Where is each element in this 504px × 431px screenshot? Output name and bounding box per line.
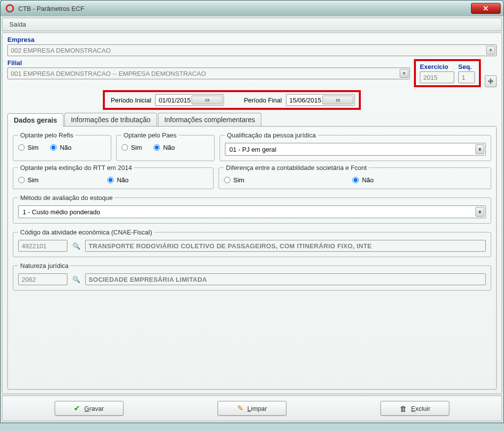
seq-field[interactable]: 1 — [458, 71, 475, 83]
group-fcont: Diferença entre a contabilidade societár… — [219, 164, 491, 189]
tab-info-tributacao[interactable]: Informações de tributação — [64, 113, 157, 126]
seq-value: 1 — [462, 74, 465, 81]
header-panel: Empresa 002 EMPRESA DEMONSTRACAO ▼ Filia… — [2, 33, 502, 394]
footer-bar: ✔ Gravar ✎ Limpar 🗑 Excluir — [2, 396, 502, 421]
check-icon: ✔ — [74, 404, 80, 413]
fcont-nao[interactable]: Não — [352, 176, 374, 184]
periodo-final-label: Período Final — [244, 97, 282, 104]
app-icon — [5, 4, 14, 13]
binoculars-icon[interactable]: 🔍 — [70, 273, 82, 285]
empresa-label: Empresa — [7, 36, 497, 43]
group-estoque: Método de avaliação do estoque 1 - Custo… — [13, 194, 491, 224]
trash-icon: 🗑 — [400, 404, 407, 413]
binoculars-icon[interactable]: 🔍 — [70, 240, 82, 252]
exercicio-highlight: Exercício 2015 Seq. 1 — [414, 59, 481, 87]
filial-row: Filial 001 EMPRESA DEMONSTRACAO -- EMPRE… — [7, 59, 497, 87]
rtt-nao[interactable]: Não — [107, 176, 128, 184]
natureza-code: 2062 — [22, 276, 36, 283]
menubar: Saída — [2, 18, 502, 31]
gravar-button[interactable]: ✔ Gravar — [55, 401, 124, 416]
estoque-value: 1 - Custo médio ponderado — [23, 208, 100, 216]
period-bar: Período Inicial 01/01/2015 15 Período Fi… — [7, 87, 497, 111]
empresa-value: 002 EMPRESA DEMONSTRACAO — [11, 47, 111, 54]
cnae-code: 4922101 — [22, 242, 47, 250]
tab-info-complementares[interactable]: Informações complementares — [158, 113, 261, 126]
row-1: Optante pelo Refis Sim Não Optante pelo … — [13, 132, 491, 161]
fcont-sim[interactable]: Sim — [224, 176, 244, 184]
cnae-desc-field: TRANSPORTE RODOVIÁRIO COLETIVO DE PASSAG… — [85, 240, 486, 252]
filial-value: 001 EMPRESA DEMONSTRACAO -- EMPRESA DEMO… — [11, 70, 206, 77]
qualif-title: Qualificação da pessoa jurídica — [225, 132, 318, 139]
seq-label: Seq. — [458, 63, 475, 70]
chevron-down-icon: ▼ — [400, 69, 409, 78]
broom-icon: ✎ — [237, 404, 244, 413]
tabbar: Dados gerais Informações de tributação I… — [7, 113, 497, 126]
menu-exit[interactable]: Saída — [6, 20, 29, 29]
natureza-desc-field: SOCIEDADE EMPRESÁRIA LIMITADA — [85, 273, 486, 285]
estoque-select[interactable]: 1 - Custo médio ponderado ▼ — [18, 205, 486, 218]
paes-title: Optante pelo Paes — [122, 132, 179, 139]
exercicio-field[interactable]: 2015 — [420, 71, 454, 83]
filial-label: Filial — [7, 59, 410, 66]
periodo-inicial-value: 01/01/2015 — [158, 97, 190, 104]
chevron-down-icon: ▼ — [475, 144, 484, 154]
chevron-down-icon: ▼ — [486, 46, 495, 55]
row-2: Optante pela extinção do RTT em 2014 Sim… — [13, 164, 491, 189]
rtt-title: Optante pela extinção do RTT em 2014 — [18, 164, 134, 171]
group-natureza: Natureza jurídica 2062 🔍 SOCIEDADE EMPRE… — [13, 262, 491, 291]
estoque-title: Método de avaliação do estoque — [18, 194, 115, 201]
empresa-dropdown[interactable]: 002 EMPRESA DEMONSTRACAO ▼ — [7, 44, 497, 56]
fcont-title: Diferença entre a contabilidade societár… — [224, 164, 369, 171]
close-icon: ✕ — [483, 4, 489, 12]
window-body: Saída Empresa 002 EMPRESA DEMONSTRACAO ▼… — [0, 16, 504, 423]
window-title: CTB - Parâmetros ECF — [18, 5, 471, 12]
cnae-desc: TRANSPORTE RODOVIÁRIO COLETIVO DE PASSAG… — [89, 242, 372, 250]
natureza-desc: SOCIEDADE EMPRESÁRIA LIMITADA — [89, 276, 207, 283]
filial-dropdown[interactable]: 001 EMPRESA DEMONSTRACAO -- EMPRESA DEMO… — [7, 67, 410, 79]
close-button[interactable]: ✕ — [471, 3, 501, 14]
calendar-icon[interactable]: 15 — [322, 96, 353, 104]
chevron-down-icon: ▼ — [475, 207, 484, 217]
plus-icon: ✚ — [488, 77, 494, 85]
excluir-button[interactable]: 🗑 Excluir — [380, 401, 449, 416]
paes-nao[interactable]: Não — [154, 144, 175, 151]
natureza-code-field[interactable]: 2062 — [18, 273, 67, 285]
exercicio-value: 2015 — [423, 74, 438, 81]
period-highlight: Período Inicial 01/01/2015 15 Período Fi… — [103, 90, 361, 110]
refis-title: Optante pelo Refis — [18, 132, 75, 139]
cnae-title: Código da atividade econômica (CNAE-Fisc… — [18, 229, 154, 236]
periodo-inicial-input[interactable]: 01/01/2015 15 — [155, 94, 224, 106]
group-qualificacao: Qualificação da pessoa jurídica 01 - PJ … — [220, 132, 491, 161]
periodo-final-input[interactable]: 15/06/2015 15 — [286, 94, 355, 106]
cnae-code-field[interactable]: 4922101 — [18, 240, 67, 252]
tab-dados-gerais[interactable]: Dados gerais — [7, 113, 63, 127]
rtt-sim[interactable]: Sim — [18, 176, 38, 184]
refis-nao[interactable]: Não — [50, 144, 71, 151]
refis-sim[interactable]: Sim — [18, 144, 38, 151]
paes-sim[interactable]: Sim — [122, 144, 142, 151]
group-cnae: Código da atividade econômica (CNAE-Fisc… — [13, 229, 491, 257]
app-window: CTB - Parâmetros ECF ✕ Saída Empresa 002… — [0, 0, 504, 423]
qualif-value: 01 - PJ em geral — [229, 146, 276, 153]
natureza-title: Natureza jurídica — [18, 262, 70, 269]
exercicio-label: Exercício — [420, 63, 454, 70]
periodo-inicial-label: Período Inicial — [111, 97, 151, 104]
group-refis: Optante pelo Refis Sim Não — [13, 132, 111, 161]
group-paes: Optante pelo Paes Sim Não — [116, 132, 215, 161]
calendar-icon[interactable]: 15 — [191, 96, 222, 104]
add-button[interactable]: ✚ — [485, 75, 497, 87]
periodo-final-value: 15/06/2015 — [289, 97, 321, 104]
titlebar: CTB - Parâmetros ECF ✕ — [0, 0, 504, 16]
group-rtt: Optante pela extinção do RTT em 2014 Sim… — [13, 164, 214, 189]
limpar-button[interactable]: ✎ Limpar — [218, 401, 286, 416]
qualif-select[interactable]: 01 - PJ em geral ▼ — [225, 143, 486, 156]
tab-content: Optante pelo Refis Sim Não Optante pelo … — [7, 126, 497, 390]
